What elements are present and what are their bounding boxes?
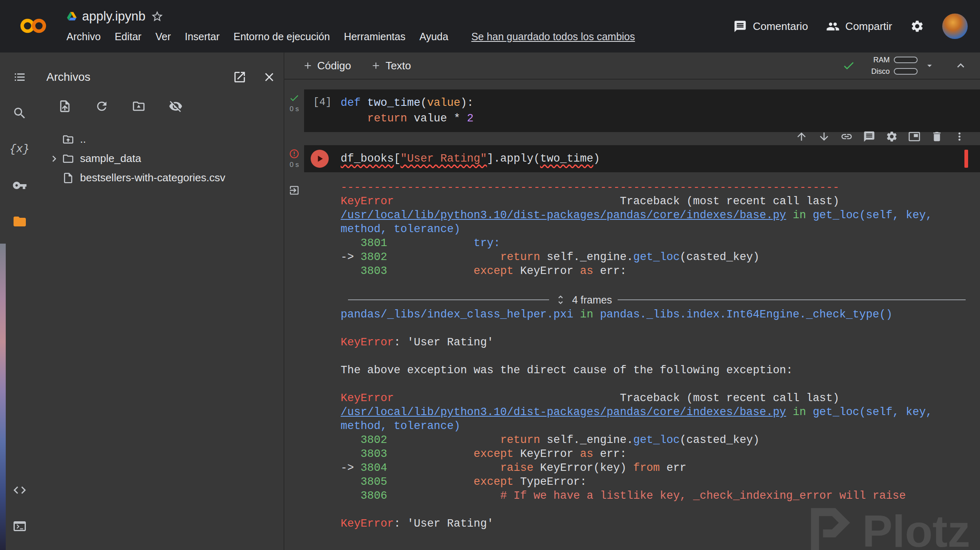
run-cell-button[interactable] <box>311 150 329 168</box>
add-code-button[interactable]: Código <box>302 59 351 72</box>
code-line: return value * 2 <box>341 111 980 126</box>
disk-gauge <box>894 68 918 75</box>
traceback-line: method, tolerance) <box>341 419 980 433</box>
mount-drive-icon[interactable] <box>132 99 146 113</box>
activity-bar: {x} <box>0 52 39 550</box>
tree-item-label: bestsellers-with-categories.csv <box>80 171 225 184</box>
cell-exec-time: 0 s <box>290 105 299 113</box>
terminal-icon[interactable] <box>12 519 27 534</box>
menu-entorno-de-ejecucion[interactable]: Entorno de ejecución <box>234 31 330 43</box>
disk-label: Disco <box>863 67 890 76</box>
traceback-line: 3806 # If we have a listlike key, _check… <box>341 489 980 503</box>
traceback-line: pandas/_libs/index_class_helper.pxi in p… <box>341 308 980 322</box>
variables-icon[interactable]: {x} <box>12 142 27 157</box>
traceback-line: 3802 return self._engine.get_loc(casted_… <box>341 433 980 447</box>
unfold-frames-icon[interactable] <box>555 294 566 306</box>
ram-gauge <box>894 57 918 63</box>
colab-logo[interactable] <box>18 11 48 40</box>
files-actions <box>39 99 284 113</box>
comment-label: Comentario <box>753 20 808 33</box>
traceback-line: -> 3804 raise KeyError(key) from err <box>341 461 980 475</box>
traceback-line: /usr/local/lib/python3.10/dist-packages/… <box>341 208 980 222</box>
cell-exec-time: 0 s <box>290 161 299 169</box>
tree-item-csv-file[interactable]: bestsellers-with-categories.csv <box>39 168 284 187</box>
copy-cell-link-icon[interactable] <box>840 130 853 143</box>
menu-bar: Archivo Editar Ver Insertar Entorno de e… <box>66 27 635 46</box>
tree-item-sample-data[interactable]: sample_data <box>39 149 284 168</box>
upload-file-icon[interactable] <box>58 99 72 113</box>
code-cell-1: 0 s [4] def two_time(value): return valu… <box>284 89 980 132</box>
avatar[interactable] <box>942 14 968 39</box>
menu-editar[interactable]: Editar <box>114 31 141 43</box>
files-panel: Archivos .. sample_data <box>39 52 284 550</box>
tree-item-label: .. <box>80 133 86 146</box>
frames-count-label[interactable]: 4 frames <box>572 293 612 307</box>
frames-toggle[interactable]: 4 frames <box>348 292 966 308</box>
play-icon <box>314 153 325 164</box>
cell-error-icon <box>289 148 300 159</box>
error-traceback: ----------------------------------------… <box>304 180 980 531</box>
search-icon[interactable] <box>12 106 27 121</box>
traceback-line <box>341 377 980 391</box>
people-icon <box>826 20 840 33</box>
execution-count[interactable]: [4] <box>313 96 332 108</box>
tree-item-parent-folder[interactable]: .. <box>39 130 284 149</box>
cell-editor[interactable]: df_books["User Rating"].apply(two_time) <box>304 145 980 172</box>
add-text-button[interactable]: Texto <box>371 59 411 72</box>
code-cell-2: 0 s <box>284 145 980 172</box>
expand-chevron-icon[interactable] <box>48 153 60 165</box>
code-line: df_books["User Rating"].apply(two_time) <box>341 151 980 167</box>
comment-button[interactable]: Comentario <box>733 20 808 33</box>
ram-label: RAM <box>863 56 890 64</box>
divider-line <box>618 299 966 300</box>
traceback-line <box>341 278 980 292</box>
save-status-link[interactable]: Se han guardado todos los cambios <box>471 31 635 43</box>
plus-icon <box>371 60 381 71</box>
cell-editor[interactable]: [4] def two_time(value): return value * … <box>304 89 980 132</box>
traceback-line: KeyError: 'User Rating' <box>341 517 980 531</box>
close-panel-icon[interactable] <box>262 70 276 84</box>
code-editor[interactable]: def two_time(value): return value * 2 <box>341 95 980 126</box>
add-comment-icon[interactable] <box>863 130 875 143</box>
code-editor[interactable]: df_books["User Rating"].apply(two_time) <box>341 151 980 167</box>
files-panel-title: Archivos <box>46 71 217 84</box>
menu-ver[interactable]: Ver <box>156 31 171 43</box>
traceback-link[interactable]: /usr/local/lib/python3.10/dist-packages/… <box>341 406 786 418</box>
cell-settings-gear-icon[interactable] <box>886 130 898 143</box>
hidden-files-icon[interactable] <box>169 99 183 113</box>
collapse-header-chevron-icon[interactable] <box>954 59 968 73</box>
notebook-title[interactable]: apply.ipynb <box>82 9 146 24</box>
resources-monitor[interactable]: RAM Disco <box>863 55 918 76</box>
move-cell-up-icon[interactable] <box>795 130 808 143</box>
file-tree: .. sample_data bestsellers-with-categori… <box>39 130 284 187</box>
menu-ayuda[interactable]: Ayuda <box>419 31 448 43</box>
plus-icon <box>302 60 313 71</box>
header: apply.ipynb Archivo Editar Ver Insertar … <box>0 0 980 52</box>
traceback-line: 3803 except KeyError as err: <box>341 447 980 461</box>
move-cell-down-icon[interactable] <box>818 130 830 143</box>
cell-output: ----------------------------------------… <box>284 180 980 531</box>
traceback-link[interactable]: /usr/local/lib/python3.10/dist-packages/… <box>341 209 786 221</box>
files-folder-icon[interactable] <box>12 214 27 229</box>
mirror-cell-icon[interactable] <box>908 130 920 143</box>
colab-app: apply.ipynb Archivo Editar Ver Insertar … <box>0 0 980 550</box>
menu-archivo[interactable]: Archivo <box>66 31 101 43</box>
traceback-line: KeyError: 'User Rating' <box>341 335 980 349</box>
table-of-contents-icon[interactable] <box>12 70 27 84</box>
traceback-line: method, tolerance) <box>341 222 980 236</box>
share-button[interactable]: Compartir <box>826 20 892 33</box>
delete-cell-icon[interactable] <box>931 130 943 143</box>
settings-gear-icon[interactable] <box>910 19 924 33</box>
resources-caret-down-icon[interactable] <box>924 60 935 71</box>
open-in-new-icon[interactable] <box>233 70 247 84</box>
star-icon[interactable] <box>151 10 164 23</box>
code-snippets-icon[interactable] <box>12 483 27 498</box>
refresh-files-icon[interactable] <box>95 99 109 113</box>
notebook-toolbar: Código Texto RAM Disco <box>284 52 980 80</box>
cell-toolbar <box>795 130 966 143</box>
menu-insertar[interactable]: Insertar <box>185 31 220 43</box>
more-cell-actions-icon[interactable] <box>953 130 966 143</box>
secrets-key-icon[interactable] <box>12 178 27 193</box>
traceback-line: The above exception was the direct cause… <box>341 363 980 377</box>
menu-herramientas[interactable]: Herramientas <box>344 31 405 43</box>
